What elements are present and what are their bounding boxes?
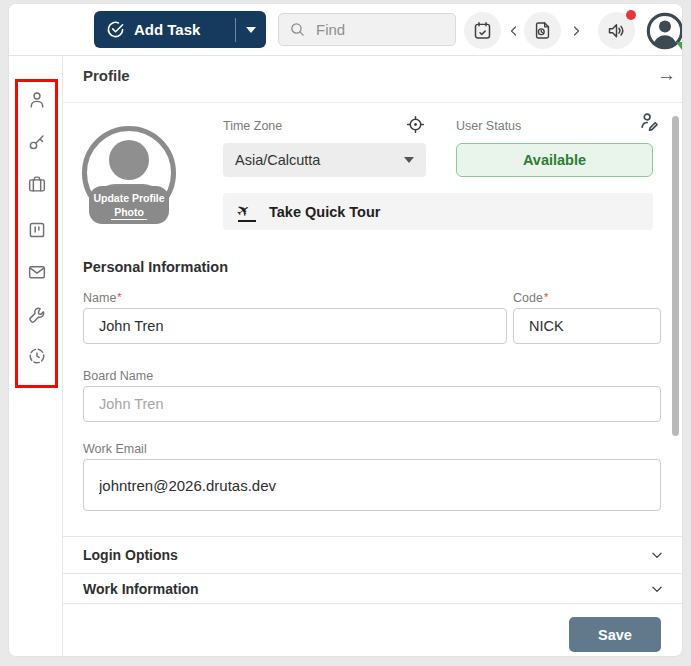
required-marker: * [544,291,548,303]
user-status-label: User Status [456,119,521,133]
update-photo-button[interactable]: Update Profile Photo [89,186,169,224]
find-search-box[interactable] [278,13,456,46]
work-email-input[interactable] [97,476,647,495]
quick-tour-button[interactable]: ✈ Take Quick Tour [223,193,653,230]
person-icon [26,89,48,111]
required-marker: * [117,291,121,303]
name-label: Name* [83,291,122,305]
sidebar-item-settings[interactable] [25,303,49,327]
work-information-section[interactable]: Work Information [63,574,683,604]
add-task-label: Add Task [134,21,200,38]
wrench-icon [26,304,48,326]
add-task-dropdown-button[interactable] [236,11,266,48]
status-available-button[interactable]: Available [456,143,653,177]
login-options-label: Login Options [83,547,178,563]
timesheet-button[interactable] [524,12,561,49]
timezone-value: Asia/Calcutta [235,152,320,168]
quick-tour-label: Take Quick Tour [269,204,380,220]
chevron-left-icon [508,25,520,37]
work-email-label: Work Email [83,442,147,456]
edit-status-icon[interactable] [638,110,661,133]
chevron-down-icon [246,27,256,33]
chevron-right-icon [570,25,582,37]
plane-takeoff-icon: ✈ [237,202,259,222]
notification-dot [626,10,636,20]
save-button[interactable]: Save [569,617,661,652]
check-circle-icon [106,20,125,39]
code-field[interactable] [513,308,661,344]
key-icon [26,131,48,153]
header-divider [63,102,683,103]
arrow-right-icon[interactable]: → [657,64,676,86]
envelope-icon [26,261,48,283]
timezone-label: Time Zone [223,119,282,133]
app-window: Add Task [8,3,683,657]
work-email-field[interactable] [83,459,661,511]
history-clock-icon [26,345,48,367]
notifications-button[interactable] [598,12,635,49]
chevron-down-icon [404,157,414,163]
code-input[interactable] [527,317,647,335]
speaker-icon [606,20,627,41]
briefcase-icon [26,173,48,195]
code-label: Code* [513,291,548,305]
find-input[interactable] [314,20,438,39]
sidebar-item-email[interactable] [25,260,49,284]
document-clock-icon [532,20,553,41]
detect-location-icon[interactable] [405,114,426,135]
chevron-down-icon [650,548,664,562]
sidebar-item-password[interactable] [25,130,49,154]
add-task-button[interactable]: Add Task [94,11,266,48]
work-information-label: Work Information [83,581,199,597]
sidebar-item-history[interactable] [25,344,49,368]
board-name-input[interactable] [97,395,647,413]
page-title: Profile [83,67,130,84]
timezone-select[interactable]: Asia/Calcutta [223,143,426,177]
chevron-down-icon [650,582,664,596]
sidebar-item-board[interactable] [25,218,49,242]
timer-prev-button[interactable] [507,12,521,49]
photo-placeholder-head [109,140,149,180]
vertical-scrollbar[interactable] [672,116,679,436]
login-options-section[interactable]: Login Options [63,536,683,574]
calendar-check-icon [472,20,493,41]
status-caret-icon [676,42,683,50]
board-name-label: Board Name [83,369,153,383]
board-icon [26,219,48,241]
board-name-field[interactable] [83,386,661,422]
search-icon [289,21,306,38]
calendar-button[interactable] [464,12,501,49]
user-avatar-button[interactable] [645,11,683,51]
name-input[interactable] [97,317,493,335]
timer-next-button[interactable] [569,12,583,49]
name-field[interactable] [83,308,507,344]
sidebar-item-work[interactable] [25,172,49,196]
screenshot-frame: Add Task [0,0,691,666]
sidebar-item-profile[interactable] [25,88,49,112]
personal-info-title: Personal Information [83,259,228,275]
